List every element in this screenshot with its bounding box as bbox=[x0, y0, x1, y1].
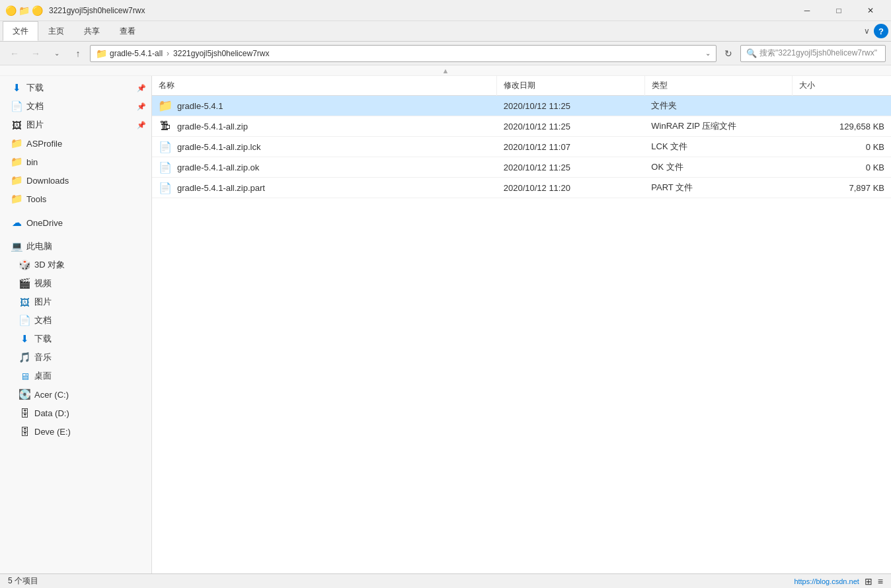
breadcrumb-bar: 📁 gradle-5.4.1-all › 3221gyojl5jsh0helic… bbox=[90, 45, 717, 62]
docs-icon: 📄 bbox=[19, 314, 30, 326]
video-icon: 🎬 bbox=[19, 277, 30, 289]
file-size: 7,897 KB bbox=[793, 178, 891, 198]
sidebar-item-pics[interactable]: 🖼 图片 bbox=[0, 293, 151, 311]
drive-icon: 💽 bbox=[19, 388, 30, 400]
main-content: ⬇ 下载 📌 📄 文档 📌 🖼 图片 📌 📁 ASProfile 📁 bin 📁… bbox=[0, 76, 891, 573]
sidebar-item-music[interactable]: 🎵 音乐 bbox=[0, 348, 151, 367]
file-type: LCK 文件 bbox=[644, 137, 793, 157]
music-icon: 🎵 bbox=[19, 351, 30, 363]
tab-home[interactable]: 主页 bbox=[38, 21, 74, 41]
sidebar-item-deve[interactable]: 🗄 Deve (E:) bbox=[0, 422, 151, 441]
tab-share[interactable]: 共享 bbox=[74, 21, 110, 41]
sidebar: ⬇ 下载 📌 📄 文档 📌 🖼 图片 📌 📁 ASProfile 📁 bin 📁… bbox=[0, 76, 152, 573]
sidebar-item-acer[interactable]: 💽 Acer (C:) bbox=[0, 385, 151, 404]
sidebar-item-label: 文档 bbox=[26, 100, 44, 112]
file-icon: 📄 bbox=[159, 182, 172, 194]
sidebar-item-downloads[interactable]: 📁 Downloads bbox=[0, 171, 151, 190]
sidebar-item-onedrive[interactable]: ☁ OneDrive bbox=[0, 213, 151, 232]
tab-view[interactable]: 查看 bbox=[110, 21, 145, 41]
status-right: https://blog.csdn.net ⊞ ≡ bbox=[794, 576, 883, 587]
breadcrumb-dropdown-icon[interactable]: ⌄ bbox=[705, 50, 711, 57]
table-row[interactable]: 📄 gradle-5.4.1-all.zip.part 2020/10/12 1… bbox=[152, 178, 891, 198]
sidebar-item-data[interactable]: 🗄 Data (D:) bbox=[0, 404, 151, 422]
pin-icon: 📌 bbox=[137, 84, 146, 92]
sidebar-item-bin[interactable]: 📁 bin bbox=[0, 153, 151, 171]
address-bar: ← → ⌄ ↑ 📁 gradle-5.4.1-all › 3221gyojl5j… bbox=[0, 42, 891, 65]
col-header-type[interactable]: 类型 bbox=[644, 76, 793, 96]
file-table: 名称 修改日期 类型 大小 📁 gradle-5.4.1 2020/10/12 … bbox=[152, 76, 891, 198]
file-name: gradle-5.4.1-all.zip.ok bbox=[177, 163, 259, 172]
item-count: 5 个项目 bbox=[8, 575, 38, 587]
folder-icon: 📁 bbox=[11, 156, 22, 168]
back-button[interactable]: ← bbox=[5, 44, 24, 63]
drive-icon: 🗄 bbox=[19, 407, 30, 419]
maximize-button[interactable]: □ bbox=[824, 0, 854, 21]
sidebar-item-desktop[interactable]: 🖥 桌面 bbox=[0, 367, 151, 385]
refresh-button[interactable]: ↻ bbox=[719, 44, 738, 63]
title-bar: 🟡 📁 🟡 3221gyojl5jsh0helicew7rwx ─ □ ✕ bbox=[0, 0, 891, 21]
col-header-name[interactable]: 名称 bbox=[152, 76, 497, 96]
breadcrumb-item-2[interactable]: 3221gyojl5jsh0helicew7rwx bbox=[173, 49, 269, 58]
close-button[interactable]: ✕ bbox=[855, 0, 886, 21]
col-header-date[interactable]: 修改日期 bbox=[497, 76, 645, 96]
ribbon-dropdown-icon[interactable]: ∨ bbox=[864, 26, 870, 36]
sidebar-item-asprofile[interactable]: 📁 ASProfile bbox=[0, 134, 151, 153]
file-name: gradle-5.4.1-all.zip.part bbox=[177, 183, 265, 193]
pin-icon: 📌 bbox=[137, 121, 146, 129]
file-date: 2020/10/12 11:20 bbox=[497, 178, 645, 198]
view-grid-icon[interactable]: ⊞ bbox=[865, 576, 872, 587]
table-row[interactable]: 📄 gradle-5.4.1-all.zip.ok 2020/10/12 11:… bbox=[152, 157, 891, 178]
minimize-button[interactable]: ─ bbox=[792, 0, 822, 21]
pics-icon: 🖼 bbox=[11, 119, 22, 131]
table-row[interactable]: 📁 gradle-5.4.1 2020/10/12 11:25 文件夹 bbox=[152, 96, 891, 116]
file-area: 名称 修改日期 类型 大小 📁 gradle-5.4.1 2020/10/12 … bbox=[152, 76, 891, 573]
download-icon: ⬇ bbox=[11, 82, 22, 94]
title-icon-2: 📁 bbox=[19, 5, 29, 16]
sidebar-item-dl[interactable]: ⬇ 下载 bbox=[0, 330, 151, 348]
sidebar-item-3d[interactable]: 🎲 3D 对象 bbox=[0, 256, 151, 274]
folder-icon: 📁 bbox=[158, 98, 173, 113]
sidebar-item-docs-quick[interactable]: 📄 文档 📌 bbox=[0, 97, 151, 116]
window-title: 3221gyojl5jsh0helicew7rwx bbox=[49, 6, 145, 15]
title-bar-icons: 🟡 📁 🟡 bbox=[5, 5, 42, 16]
tab-file[interactable]: 文件 bbox=[3, 21, 38, 41]
forward-button[interactable]: → bbox=[26, 44, 45, 63]
breadcrumb-item-1[interactable]: gradle-5.4.1-all bbox=[110, 49, 163, 58]
help-icon[interactable]: ? bbox=[874, 24, 888, 38]
table-row[interactable]: 📄 gradle-5.4.1-all.zip.lck 2020/10/12 11… bbox=[152, 137, 891, 157]
file-type: OK 文件 bbox=[644, 157, 793, 178]
sidebar-item-label: Tools bbox=[26, 194, 46, 204]
file-icon: 📄 bbox=[159, 161, 172, 174]
file-name: gradle-5.4.1-all.zip.lck bbox=[177, 142, 260, 152]
col-header-size[interactable]: 大小 bbox=[793, 76, 891, 96]
sidebar-item-label: 文档 bbox=[34, 314, 52, 326]
sidebar-item-docs[interactable]: 📄 文档 bbox=[0, 311, 151, 330]
sidebar-item-thispc[interactable]: 💻 此电脑 bbox=[0, 237, 151, 256]
sidebar-item-label: 此电脑 bbox=[26, 240, 52, 252]
up-button[interactable]: ↑ bbox=[69, 44, 87, 63]
3d-icon: 🎲 bbox=[19, 259, 30, 271]
sidebar-item-pics-quick[interactable]: 🖼 图片 📌 bbox=[0, 116, 151, 134]
sidebar-item-tools[interactable]: 📁 Tools bbox=[0, 190, 151, 208]
sidebar-item-label: 3D 对象 bbox=[34, 259, 65, 271]
pin-icon: 📌 bbox=[137, 102, 146, 111]
folder-icon: 📁 bbox=[11, 174, 22, 186]
window-controls: ─ □ ✕ bbox=[792, 0, 886, 21]
status-bar: 5 个项目 https://blog.csdn.net ⊞ ≡ bbox=[0, 573, 891, 588]
sidebar-item-label: Data (D:) bbox=[34, 408, 69, 418]
sidebar-item-download-quick[interactable]: ⬇ 下载 📌 bbox=[0, 79, 151, 97]
sidebar-item-label: 音乐 bbox=[34, 351, 52, 363]
breadcrumb-folder-icon: 📁 bbox=[96, 48, 107, 59]
search-bar[interactable]: 🔍 搜索"3221gyojl5jsh0helicew7rwx" bbox=[740, 45, 886, 62]
status-link[interactable]: https://blog.csdn.net bbox=[794, 577, 859, 585]
sidebar-item-label: Deve (E:) bbox=[34, 427, 71, 437]
sidebar-item-label: bin bbox=[26, 157, 38, 167]
file-type: 文件夹 bbox=[644, 96, 793, 116]
title-icon-3: 🟡 bbox=[32, 5, 42, 16]
file-date: 2020/10/12 11:25 bbox=[497, 116, 645, 137]
sidebar-item-label: Acer (C:) bbox=[34, 390, 69, 400]
dropdown-history-button[interactable]: ⌄ bbox=[48, 44, 66, 63]
sidebar-item-video[interactable]: 🎬 视频 bbox=[0, 274, 151, 293]
view-list-icon[interactable]: ≡ bbox=[878, 576, 883, 587]
table-row[interactable]: 🗜 gradle-5.4.1-all.zip 2020/10/12 11:25 … bbox=[152, 116, 891, 137]
